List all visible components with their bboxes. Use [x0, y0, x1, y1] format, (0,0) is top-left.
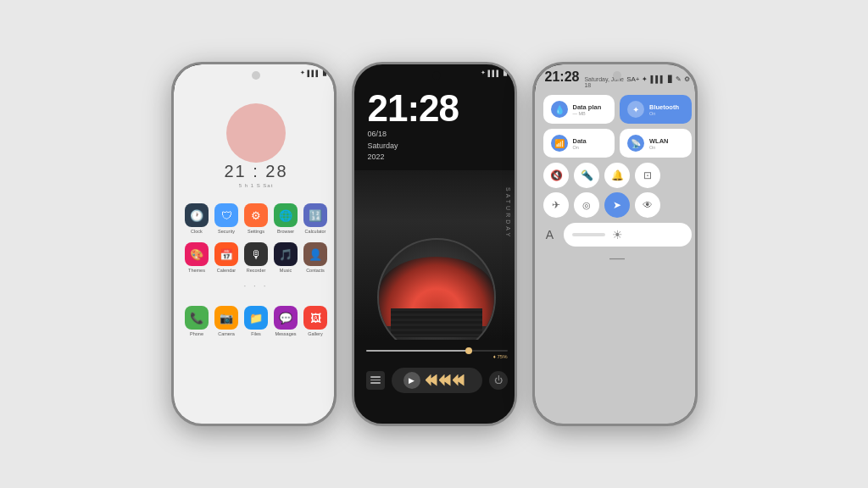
app-calendar[interactable]: 📅 Calendar: [214, 242, 239, 273]
p3-notification-button[interactable]: 🔔: [604, 163, 630, 188]
p2-menu-button[interactable]: [366, 371, 385, 390]
p3-icon-grid: 🔇 🔦 🔔 ⊡ ✈ ◎ ➤ 👁: [543, 163, 692, 218]
p3-data-plan-sub: — MB: [573, 111, 602, 116]
app-label-clock: Clock: [191, 229, 203, 234]
p3-edit-icon[interactable]: ✎: [676, 75, 682, 83]
app-icon-clock: 🕐: [185, 203, 209, 227]
p2-power-button[interactable]: ⏻: [489, 371, 508, 390]
app-grid-bottom: 📞 Phone 📷 Camera 📁 Files 💬 Messages 🖼: [182, 306, 331, 336]
signal-icon-1: ▌▌▌: [308, 70, 320, 76]
p3-location-button[interactable]: ➤: [604, 192, 630, 218]
app-icon-phone: 📞: [185, 306, 209, 330]
app-icon-calculator: 🔢: [303, 203, 327, 227]
p2-clock-area: 21:28 06/18 Saturday 2022: [354, 78, 517, 170]
app-phone[interactable]: 📞 Phone: [184, 306, 209, 336]
app-files[interactable]: 📁 Files: [243, 306, 269, 336]
app-calculator[interactable]: 🔢 Calculator: [303, 203, 328, 234]
p3-tile-data-plan[interactable]: 💧 Data plan — MB: [543, 95, 615, 124]
app-contacts[interactable]: 👤 Contacts: [303, 242, 328, 273]
menu-line-1: [370, 376, 381, 378]
p3-status-icons: SA+ ✦ ▌▌▌ ▊ ✎ ⚙: [626, 75, 689, 83]
signal-icon-2: ▌▌▌: [488, 70, 501, 76]
status-icons-1: ✦ ▌▌▌ ▊: [300, 69, 327, 76]
p3-eye-comfort-button[interactable]: 👁: [635, 192, 660, 218]
app-messages[interactable]: 💬 Messages: [273, 306, 298, 336]
p3-bluetooth-label: Bluetooth: [649, 103, 679, 111]
p2-play-button[interactable]: ▶: [403, 372, 420, 389]
p3-mute-button[interactable]: 🔇: [543, 163, 569, 188]
app-clock[interactable]: 🕐 Clock: [184, 203, 209, 234]
p3-tile-bluetooth[interactable]: ✦ Bluetooth On: [620, 95, 692, 124]
p3-airplane-button[interactable]: ✈: [543, 192, 569, 218]
app-label-contacts: Contacts: [306, 268, 325, 273]
app-browser[interactable]: 🌐 Browser: [273, 203, 298, 234]
app-icon-contacts: 👤: [303, 242, 327, 266]
app-icon-settings: ⚙: [244, 203, 268, 227]
app-icon-camera: 📷: [214, 306, 238, 330]
app-label-browser: Browser: [277, 229, 294, 234]
p3-battery-icon: ▊: [668, 75, 673, 83]
p3-tile-wlan[interactable]: 📡 WLAN On: [620, 129, 692, 158]
app-settings[interactable]: ⚙ Settings: [243, 203, 269, 234]
p3-mobile-data-text: Data On: [573, 137, 587, 150]
p3-dnd-button[interactable]: ◎: [574, 192, 599, 218]
p3-tile-mobile-data[interactable]: 📶 Data On: [543, 129, 615, 158]
p2-skip-arrow-2: [439, 374, 451, 386]
app-label-calculator: Calculator: [305, 229, 326, 234]
app-icon-security: 🛡: [214, 203, 238, 227]
p3-sa-icon: SA+: [626, 75, 639, 83]
p2-vinyl-stripe: [391, 308, 483, 337]
p2-date-line2: Saturday: [368, 141, 398, 150]
app-icon-themes: 🎨: [185, 242, 209, 266]
app-row-3: 📞 Phone 📷 Camera 📁 Files 💬 Messages 🖼: [182, 306, 331, 336]
p3-wlan-text: WLAN On: [649, 137, 669, 150]
p2-progress-dot: [465, 347, 472, 354]
p2-date-line3: 2022: [368, 152, 385, 161]
app-security[interactable]: 🛡 Security: [214, 203, 239, 234]
app-themes[interactable]: 🎨 Themes: [184, 242, 209, 273]
phone-3-screen: 21:28 Saturday, June 18 SA+ ✦ ▌▌▌ ▊ ✎ ⚙ …: [535, 64, 698, 426]
phone-2-screen: 12:00 ✦ ▌▌▌ ▊ 21:28 06/18 Saturday 2022 …: [354, 64, 517, 426]
p3-data-plan-label: Data plan: [573, 103, 602, 111]
p3-wlan-sub: On: [649, 145, 669, 150]
app-label-security: Security: [218, 229, 235, 234]
p3-wlan-label: WLAN: [649, 137, 669, 145]
p3-brightness-fill: [572, 233, 605, 236]
app-recorder[interactable]: 🎙 Recorder: [243, 242, 269, 273]
app-music[interactable]: 🎵 Music: [273, 242, 298, 273]
p3-wlan-icon: 📡: [627, 135, 644, 152]
p3-mobile-data-sub: On: [573, 145, 587, 150]
p2-progress-bar: ♦ 75%: [366, 350, 508, 359]
phone-2: 12:00 ✦ ▌▌▌ ▊ 21:28 06/18 Saturday 2022 …: [352, 62, 517, 426]
p3-brightness-letter: A: [543, 228, 557, 241]
app-row-1: 🕐 Clock 🛡 Security ⚙ Settings 🌐 Browser …: [182, 203, 331, 234]
battery-icon-2: ▊: [504, 69, 508, 76]
app-label-calendar: Calendar: [217, 268, 236, 273]
phone-3: 21:28 Saturday, June 18 SA+ ✦ ▌▌▌ ▊ ✎ ⚙ …: [532, 62, 698, 426]
p2-skip-arrow-3: [453, 374, 465, 386]
app-camera[interactable]: 📷 Camera: [214, 306, 239, 336]
p2-date-line1: 06/18: [368, 130, 387, 138]
p3-torch-button[interactable]: 🔦: [574, 163, 599, 188]
camera-punch-hole-1: [252, 71, 260, 80]
p2-clock-details: 06/18 Saturday 2022: [368, 129, 506, 164]
p3-screenshot-button[interactable]: ⊡: [635, 163, 660, 188]
app-gallery[interactable]: 🖼 Gallery: [303, 306, 328, 336]
p2-skip-arrow-1: [426, 374, 437, 386]
p3-bluetooth-tile-icon: ✦: [627, 101, 644, 118]
menu-line-2: [370, 380, 381, 381]
camera-punch-hole-3: [613, 71, 621, 80]
phone-1: 12:00 ✦ ▌▌▌ ▊ 21 : 28 5 h 1 S Sat 🕐 Cloc…: [171, 62, 337, 426]
app-label-themes: Themes: [188, 268, 205, 273]
p3-brightness-slider[interactable]: ☀: [564, 223, 692, 247]
p3-data-plan-icon: 💧: [551, 101, 568, 118]
p3-data-plan-text: Data plan — MB: [573, 103, 602, 116]
app-icon-calendar: 📅: [214, 242, 238, 266]
p2-saturday-text: SATURDAY: [505, 187, 511, 239]
p3-quick-tiles: 💧 Data plan — MB ✦ Bluetooth On 📶 Data: [543, 95, 692, 158]
p3-bluetooth-icon: ✦: [642, 75, 648, 83]
clock-circle: [226, 103, 286, 163]
app-label-camera: Camera: [218, 331, 235, 336]
p3-signal-icon: ▌▌▌: [650, 75, 665, 83]
p3-gear-icon[interactable]: ⚙: [684, 75, 690, 83]
